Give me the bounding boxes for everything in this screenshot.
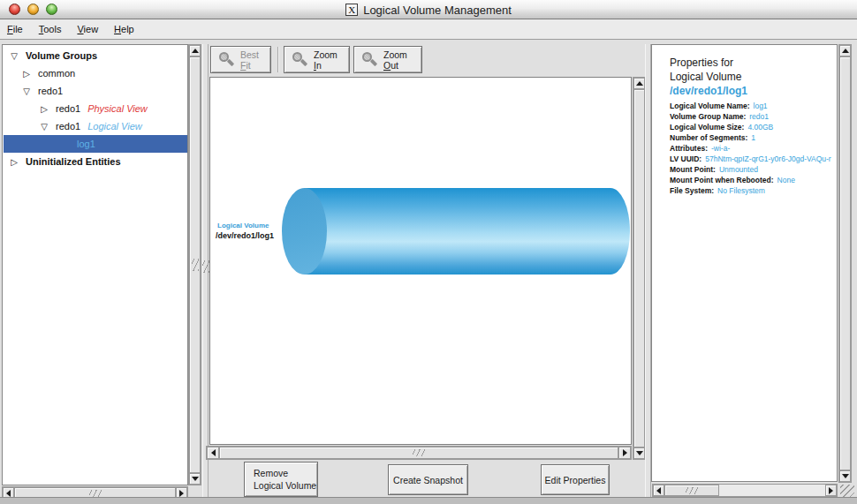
toolbar-separator bbox=[277, 47, 279, 72]
tree-item-uninitialized-entities[interactable]: ▷ Uninitialized Entities bbox=[4, 153, 188, 170]
volume-canvas[interactable]: Logical Volume /dev/redo1/log1 bbox=[209, 77, 632, 445]
expander-open-icon[interactable]: ▽ bbox=[21, 87, 32, 96]
window-title: Logical Volume Management bbox=[363, 4, 512, 17]
prop-lv-name: Logical Volume Name:log1 bbox=[670, 102, 838, 112]
edit-properties-label: Edit Properties bbox=[545, 474, 606, 486]
menubar: File Tools View Help bbox=[0, 19, 857, 40]
canvas-horizontal-scrollbar[interactable] bbox=[206, 446, 632, 460]
expander-closed-icon[interactable]: ▷ bbox=[21, 69, 32, 79]
prop-attributes: Attributes:-wi-a- bbox=[670, 144, 838, 154]
prop-file-system: File System:No Filesystem bbox=[670, 186, 838, 197]
scrollbar-grip bbox=[413, 449, 425, 456]
prop-segments: Number of Segments:1 bbox=[670, 133, 838, 144]
prop-mount-point-rebooted: Mount Point when Rebooted:None bbox=[670, 176, 838, 186]
tree-item-label: redo1 bbox=[56, 103, 80, 114]
tree-item-label: common bbox=[38, 68, 75, 79]
volume-tree-panel: ▽ Volume Groups ▷ common ▽ redo1 ▷ redo1… bbox=[2, 44, 188, 485]
properties-horizontal-scrollbar[interactable] bbox=[652, 484, 838, 497]
tree-item-view-type: Physical View bbox=[87, 103, 148, 114]
scroll-left-icon[interactable] bbox=[207, 447, 219, 459]
properties-heading-line2: Logical Volume bbox=[670, 70, 747, 84]
prop-lv-size: Logical Volume Size:4.00GB bbox=[670, 123, 838, 133]
scrollbar-grip bbox=[686, 487, 698, 494]
scroll-left-icon[interactable] bbox=[653, 485, 664, 496]
titlebar[interactable]: X Logical Volume Management bbox=[0, 0, 857, 19]
scrollbar-thumb[interactable] bbox=[633, 89, 645, 448]
scrollbar-thumb[interactable] bbox=[664, 485, 719, 496]
scroll-down-icon[interactable] bbox=[633, 448, 645, 459]
scrollbar-thumb[interactable] bbox=[219, 447, 618, 459]
scroll-down-icon[interactable] bbox=[839, 470, 851, 482]
properties-heading-line1: Properties for bbox=[670, 56, 747, 70]
scrollbar-grip bbox=[89, 490, 102, 497]
zoom-in-button[interactable]: Zoom In bbox=[284, 46, 350, 73]
tree-item-view-type: Logical View bbox=[87, 121, 142, 132]
tree-item-redo1-physical-view[interactable]: ▷ redo1 Physical View bbox=[4, 100, 188, 117]
logical-volume-cylinder[interactable] bbox=[304, 188, 630, 275]
volume-path-label: /dev/redo1/log1 bbox=[216, 231, 274, 240]
pane-divider-left[interactable] bbox=[202, 44, 209, 499]
tree-vertical-scrollbar[interactable] bbox=[188, 44, 201, 485]
divider-grip bbox=[202, 260, 209, 273]
prop-mount-point: Mount Point:Unmounted bbox=[670, 165, 838, 176]
remove-logical-volume-button[interactable]: RemoveLogical Volume bbox=[244, 462, 318, 497]
create-snapshot-label: Create Snapshot bbox=[393, 474, 463, 486]
lvm-window: X Logical Volume Management File Tools V… bbox=[0, 0, 857, 504]
expander-open-icon[interactable]: ▽ bbox=[9, 51, 19, 61]
scroll-right-icon[interactable] bbox=[825, 485, 837, 496]
remove-logical-volume-label: RemoveLogical Volume bbox=[254, 467, 316, 492]
tree-item-label: redo1 bbox=[38, 86, 63, 96]
magnifier-icon bbox=[219, 52, 234, 67]
best-fit-button[interactable]: Best Fit bbox=[210, 46, 271, 73]
expander-closed-icon[interactable]: ▷ bbox=[39, 104, 49, 114]
create-snapshot-button[interactable]: Create Snapshot bbox=[388, 464, 468, 495]
volume-type-label: Logical Volume bbox=[217, 222, 269, 229]
logical-volume-cylinder-cap[interactable] bbox=[282, 188, 327, 275]
magnifier-icon bbox=[362, 52, 377, 67]
scrollbar-thumb[interactable] bbox=[189, 56, 201, 473]
tree-item-label: Volume Groups bbox=[26, 50, 97, 61]
properties-panel: Properties for Logical Volume /dev/redo1… bbox=[651, 44, 838, 482]
title-area: X Logical Volume Management bbox=[0, 0, 857, 19]
edit-properties-button[interactable]: Edit Properties bbox=[541, 464, 610, 495]
zoom-out-button[interactable]: Zoom Out bbox=[353, 46, 422, 73]
tree-item-redo1[interactable]: ▽ redo1 bbox=[4, 82, 188, 100]
canvas-vertical-scrollbar[interactable] bbox=[633, 77, 646, 460]
prop-lv-uuid: LV UUID:57hNtm-qpIZ-qrG1-y0r6-J0gd-VAQu-… bbox=[670, 154, 838, 165]
magnifier-icon bbox=[292, 52, 307, 67]
tree-item-label: redo1 bbox=[56, 121, 80, 132]
pane-divider-right[interactable] bbox=[645, 44, 651, 499]
tree-item-redo1-logical-view[interactable]: ▽ redo1 Logical View bbox=[4, 117, 188, 135]
scroll-up-icon[interactable] bbox=[189, 45, 201, 56]
window-bottom-edge bbox=[0, 497, 857, 504]
properties-volume-path: /dev/redo1/log1 bbox=[670, 84, 747, 98]
tree-item-common[interactable]: ▷ common bbox=[4, 64, 188, 82]
expander-open-icon[interactable]: ▽ bbox=[39, 122, 49, 132]
expander-closed-icon[interactable]: ▷ bbox=[9, 157, 19, 167]
scroll-up-icon[interactable] bbox=[839, 45, 851, 56]
best-fit-label: Best Fit bbox=[240, 49, 262, 71]
menu-view[interactable]: View bbox=[77, 24, 98, 34]
scroll-right-icon[interactable] bbox=[618, 447, 631, 459]
tree-item-volume-groups[interactable]: ▽ Volume Groups bbox=[4, 47, 188, 64]
menu-help[interactable]: Help bbox=[114, 24, 134, 34]
x11-app-icon: X bbox=[345, 4, 358, 16]
prop-vg-name: Volume Group Name:redo1 bbox=[670, 112, 838, 123]
zoom-in-label: Zoom In bbox=[314, 49, 341, 71]
zoom-out-label: Zoom Out bbox=[383, 49, 413, 71]
properties-heading: Properties for Logical Volume /dev/redo1… bbox=[670, 56, 747, 98]
scroll-down-icon[interactable] bbox=[189, 473, 201, 485]
scrollbar-thumb[interactable] bbox=[839, 56, 851, 470]
tree-item-label: log1 bbox=[77, 139, 95, 149]
tree-item-label: Uninitialized Entities bbox=[26, 156, 121, 167]
properties-vertical-scrollbar[interactable] bbox=[838, 44, 852, 483]
window-resize-grip[interactable] bbox=[840, 485, 854, 498]
menu-tools[interactable]: Tools bbox=[39, 24, 62, 34]
menu-file[interactable]: File bbox=[7, 24, 23, 34]
tree-item-log1-selected[interactable]: log1 bbox=[4, 135, 188, 153]
scroll-up-icon[interactable] bbox=[633, 78, 645, 89]
scrollbar-grip bbox=[192, 259, 199, 271]
